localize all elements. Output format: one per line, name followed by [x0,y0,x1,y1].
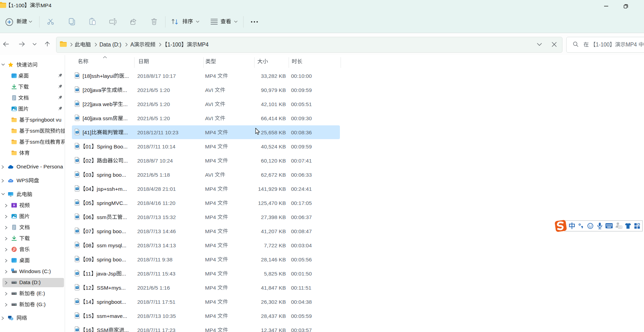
svg-text:21: 21 [619,226,622,229]
